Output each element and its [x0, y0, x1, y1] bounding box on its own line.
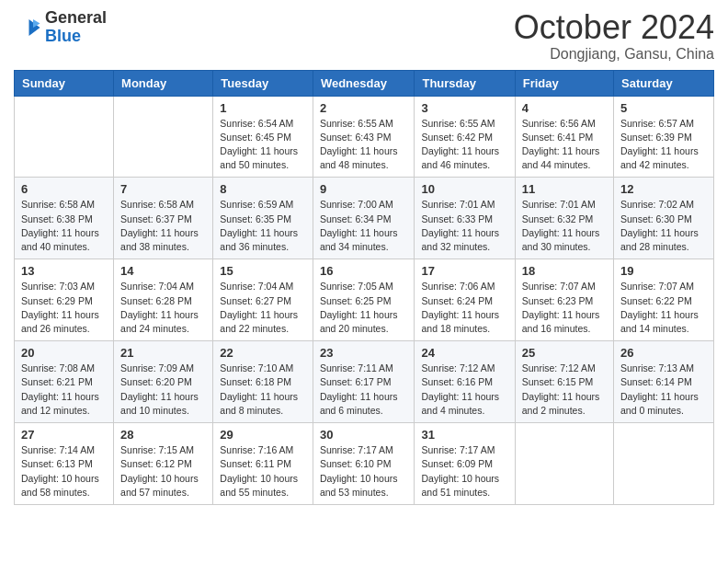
calendar-cell: 28Sunrise: 7:15 AM Sunset: 6:12 PM Dayli…: [114, 423, 213, 505]
day-info: Sunrise: 6:58 AM Sunset: 6:37 PM Dayligh…: [120, 198, 206, 254]
calendar-cell: 31Sunrise: 7:17 AM Sunset: 6:09 PM Dayli…: [415, 423, 515, 505]
day-number: 28: [120, 428, 206, 442]
day-number: 26: [620, 346, 707, 360]
day-info: Sunrise: 7:03 AM Sunset: 6:29 PM Dayligh…: [21, 280, 107, 336]
day-number: 22: [220, 346, 306, 360]
day-number: 12: [620, 182, 707, 196]
calendar-cell: 15Sunrise: 7:04 AM Sunset: 6:27 PM Dayli…: [213, 259, 313, 341]
calendar-cell: 5Sunrise: 6:57 AM Sunset: 6:39 PM Daylig…: [614, 96, 714, 178]
calendar-cell: 12Sunrise: 7:02 AM Sunset: 6:30 PM Dayli…: [614, 178, 714, 259]
calendar-cell: 20Sunrise: 7:08 AM Sunset: 6:21 PM Dayli…: [15, 341, 114, 423]
day-info: Sunrise: 6:59 AM Sunset: 6:35 PM Dayligh…: [220, 198, 306, 254]
day-number: 7: [120, 182, 206, 196]
day-number: 1: [220, 101, 306, 115]
calendar-cell: 8Sunrise: 6:59 AM Sunset: 6:35 PM Daylig…: [213, 178, 313, 259]
calendar-cell: [515, 423, 613, 505]
day-number: 8: [220, 182, 306, 196]
day-number: 20: [21, 346, 107, 360]
day-info: Sunrise: 7:08 AM Sunset: 6:21 PM Dayligh…: [21, 362, 107, 418]
day-info: Sunrise: 7:12 AM Sunset: 6:15 PM Dayligh…: [522, 362, 607, 418]
day-info: Sunrise: 7:11 AM Sunset: 6:17 PM Dayligh…: [320, 362, 408, 418]
calendar: SundayMondayTuesdayWednesdayThursdayFrid…: [14, 70, 714, 505]
day-number: 11: [522, 182, 607, 196]
day-number: 4: [522, 101, 607, 115]
calendar-cell: 2Sunrise: 6:55 AM Sunset: 6:43 PM Daylig…: [313, 96, 415, 178]
calendar-cell: 11Sunrise: 7:01 AM Sunset: 6:32 PM Dayli…: [515, 178, 613, 259]
weekday-header-monday: Monday: [114, 70, 213, 96]
day-number: 27: [21, 428, 107, 442]
logo: General Blue: [14, 9, 107, 46]
header: General Blue October 2024 Dongjiang, Gan…: [14, 9, 714, 63]
calendar-cell: 24Sunrise: 7:12 AM Sunset: 6:16 PM Dayli…: [415, 341, 515, 423]
calendar-cell: 13Sunrise: 7:03 AM Sunset: 6:29 PM Dayli…: [15, 259, 114, 341]
day-info: Sunrise: 6:57 AM Sunset: 6:39 PM Dayligh…: [620, 117, 707, 173]
day-number: 19: [620, 264, 707, 278]
day-info: Sunrise: 7:15 AM Sunset: 6:12 PM Dayligh…: [120, 443, 206, 500]
day-number: 3: [421, 101, 507, 115]
day-info: Sunrise: 7:06 AM Sunset: 6:24 PM Dayligh…: [421, 280, 507, 336]
day-number: 15: [220, 264, 306, 278]
calendar-cell: 10Sunrise: 7:01 AM Sunset: 6:33 PM Dayli…: [415, 178, 515, 259]
day-number: 2: [320, 101, 408, 115]
calendar-week-4: 20Sunrise: 7:08 AM Sunset: 6:21 PM Dayli…: [15, 341, 714, 423]
calendar-cell: 30Sunrise: 7:17 AM Sunset: 6:10 PM Dayli…: [313, 423, 415, 505]
calendar-cell: 3Sunrise: 6:55 AM Sunset: 6:42 PM Daylig…: [415, 96, 515, 178]
day-number: 14: [120, 264, 206, 278]
calendar-body: 1Sunrise: 6:54 AM Sunset: 6:45 PM Daylig…: [15, 96, 714, 504]
calendar-cell: 17Sunrise: 7:06 AM Sunset: 6:24 PM Dayli…: [415, 259, 515, 341]
logo-icon: [14, 14, 41, 41]
calendar-cell: [614, 423, 714, 505]
day-number: 24: [421, 346, 507, 360]
day-info: Sunrise: 7:04 AM Sunset: 6:27 PM Dayligh…: [220, 280, 306, 336]
day-number: 5: [620, 101, 707, 115]
calendar-cell: 1Sunrise: 6:54 AM Sunset: 6:45 PM Daylig…: [213, 96, 313, 178]
day-info: Sunrise: 7:07 AM Sunset: 6:23 PM Dayligh…: [522, 280, 607, 336]
day-info: Sunrise: 7:17 AM Sunset: 6:10 PM Dayligh…: [320, 443, 408, 500]
weekday-header-thursday: Thursday: [415, 70, 515, 96]
day-number: 25: [522, 346, 607, 360]
day-info: Sunrise: 7:10 AM Sunset: 6:18 PM Dayligh…: [220, 362, 306, 418]
weekday-header-row: SundayMondayTuesdayWednesdayThursdayFrid…: [15, 70, 714, 96]
day-number: 9: [320, 182, 408, 196]
day-info: Sunrise: 6:56 AM Sunset: 6:41 PM Dayligh…: [522, 117, 607, 173]
weekday-header-saturday: Saturday: [614, 70, 714, 96]
calendar-cell: 26Sunrise: 7:13 AM Sunset: 6:14 PM Dayli…: [614, 341, 714, 423]
day-number: 13: [21, 264, 107, 278]
day-info: Sunrise: 7:05 AM Sunset: 6:25 PM Dayligh…: [320, 280, 408, 336]
calendar-cell: 29Sunrise: 7:16 AM Sunset: 6:11 PM Dayli…: [213, 423, 313, 505]
calendar-cell: [114, 96, 213, 178]
day-info: Sunrise: 7:14 AM Sunset: 6:13 PM Dayligh…: [21, 443, 107, 500]
day-number: 23: [320, 346, 408, 360]
day-info: Sunrise: 7:07 AM Sunset: 6:22 PM Dayligh…: [620, 280, 707, 336]
day-number: 10: [421, 182, 507, 196]
day-info: Sunrise: 6:55 AM Sunset: 6:43 PM Dayligh…: [320, 117, 408, 173]
day-info: Sunrise: 7:16 AM Sunset: 6:11 PM Dayligh…: [220, 443, 306, 500]
calendar-cell: 27Sunrise: 7:14 AM Sunset: 6:13 PM Dayli…: [15, 423, 114, 505]
day-info: Sunrise: 7:01 AM Sunset: 6:33 PM Dayligh…: [421, 198, 507, 254]
logo-text: General Blue: [45, 9, 107, 46]
calendar-week-1: 1Sunrise: 6:54 AM Sunset: 6:45 PM Daylig…: [15, 96, 714, 178]
calendar-cell: 18Sunrise: 7:07 AM Sunset: 6:23 PM Dayli…: [515, 259, 613, 341]
calendar-cell: [15, 96, 114, 178]
weekday-header-sunday: Sunday: [15, 70, 114, 96]
calendar-cell: 21Sunrise: 7:09 AM Sunset: 6:20 PM Dayli…: [114, 341, 213, 423]
day-number: 30: [320, 428, 408, 442]
day-info: Sunrise: 7:04 AM Sunset: 6:28 PM Dayligh…: [120, 280, 206, 336]
calendar-cell: 22Sunrise: 7:10 AM Sunset: 6:18 PM Dayli…: [213, 341, 313, 423]
day-info: Sunrise: 6:54 AM Sunset: 6:45 PM Dayligh…: [220, 117, 306, 173]
calendar-cell: 23Sunrise: 7:11 AM Sunset: 6:17 PM Dayli…: [313, 341, 415, 423]
day-info: Sunrise: 7:09 AM Sunset: 6:20 PM Dayligh…: [120, 362, 206, 418]
day-info: Sunrise: 7:01 AM Sunset: 6:32 PM Dayligh…: [522, 198, 607, 254]
day-number: 18: [522, 264, 607, 278]
weekday-header-tuesday: Tuesday: [213, 70, 313, 96]
calendar-week-2: 6Sunrise: 6:58 AM Sunset: 6:38 PM Daylig…: [15, 178, 714, 259]
day-number: 17: [421, 264, 507, 278]
weekday-header-friday: Friday: [515, 70, 613, 96]
month-title: October 2024: [514, 9, 714, 46]
weekday-header-wednesday: Wednesday: [313, 70, 415, 96]
day-info: Sunrise: 7:02 AM Sunset: 6:30 PM Dayligh…: [620, 198, 707, 254]
day-info: Sunrise: 6:55 AM Sunset: 6:42 PM Dayligh…: [421, 117, 507, 173]
day-number: 6: [21, 182, 107, 196]
day-info: Sunrise: 6:58 AM Sunset: 6:38 PM Dayligh…: [21, 198, 107, 254]
day-number: 16: [320, 264, 408, 278]
